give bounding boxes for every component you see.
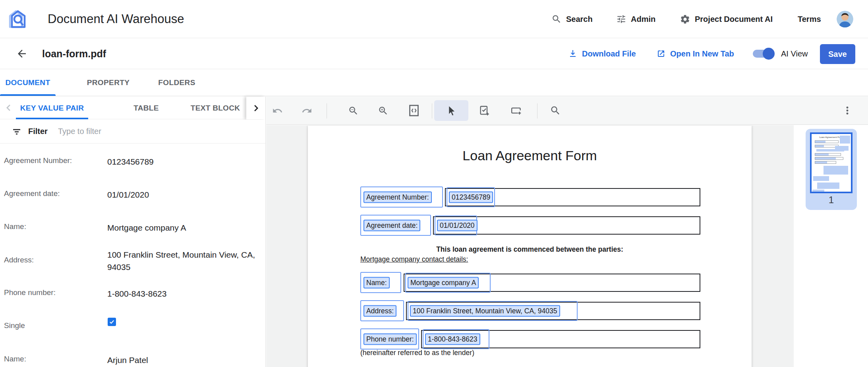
tab-key-value-pair[interactable]: KEY VALUE PAIR	[16, 97, 88, 119]
form-input-box: 01/01/2020	[433, 216, 700, 235]
pdf-section-heading: Mortgage company contact details:	[360, 255, 468, 264]
ai-view-toggle[interactable]	[753, 50, 773, 58]
search-document-icon[interactable]	[545, 100, 566, 121]
main-tab-bar: DOCUMENT PROPERTY FOLDERS	[0, 70, 868, 96]
pdf-page: Loan Agreement Form 0123456789 Agreement…	[308, 126, 752, 367]
app-logo-icon	[6, 9, 29, 29]
value-annotation[interactable]: 1-800-843-8623	[425, 334, 480, 345]
form-input-box: 1-800-843-8623	[421, 330, 700, 348]
tab-property[interactable]: PROPERTY	[77, 70, 139, 96]
open-in-new-tab-button[interactable]: Open In New Tab	[656, 49, 734, 58]
back-button[interactable]	[16, 48, 28, 60]
redo-icon[interactable]	[296, 100, 317, 121]
tune-icon	[616, 14, 626, 24]
tab-text-block[interactable]: TEXT BLOCK	[183, 97, 248, 119]
chevron-left-icon[interactable]	[3, 102, 14, 113]
key-annotation[interactable]: Phone number:	[363, 334, 417, 345]
user-avatar[interactable]	[837, 11, 853, 27]
app-title: Document AI Warehouse	[48, 12, 184, 26]
pdf-intro-text: This loan agreement is commenced between…	[308, 245, 752, 254]
nav-terms[interactable]: Terms	[798, 0, 821, 38]
nav-project-selector[interactable]: Project Document AI	[680, 0, 773, 38]
thumbnail-preview: Loan Agreement Form	[810, 132, 853, 193]
form-input-box: 100 Franklin Street, Mountain View, CA, …	[406, 302, 700, 320]
value-annotation[interactable]: Mortgage company A	[408, 277, 479, 289]
tab-table[interactable]: TABLE	[119, 97, 173, 119]
form-input-box: Mortgage company A	[404, 274, 700, 292]
thumbnail-panel: Loan Agreement Form 1	[794, 125, 868, 367]
zoom-out-icon[interactable]	[343, 100, 363, 121]
filter-input[interactable]	[58, 127, 189, 136]
form-input-box: 0123456789	[445, 188, 700, 206]
key-annotation[interactable]: Agreement Number:	[363, 192, 432, 203]
toggle-knob	[763, 48, 775, 60]
pointer-tool-icon[interactable]	[434, 100, 468, 121]
form-field-row[interactable]: 01/01/2020 Agreement date:	[362, 216, 700, 235]
add-checkbox-icon[interactable]	[474, 100, 495, 121]
file-bar: loan-form.pdf Download File Open In New …	[0, 39, 868, 69]
key-annotation[interactable]: Agreement date:	[363, 220, 420, 231]
extraction-panel: KEY VALUE PAIR TABLE TEXT BLOCK Filter A…	[0, 97, 266, 367]
document-filename: loan-form.pdf	[42, 48, 106, 60]
tabs-scroll-right-button[interactable]	[246, 97, 265, 119]
code-region-icon[interactable]	[404, 100, 424, 121]
download-file-button[interactable]: Download File	[568, 49, 636, 58]
form-field-row[interactable]: 100 Franklin Street, Mountain View, CA, …	[362, 302, 700, 320]
value-annotation[interactable]: 0123456789	[449, 192, 493, 203]
toolbar-divider	[432, 103, 432, 118]
check-icon	[109, 319, 115, 325]
form-field-row[interactable]: Mortgage company A Name:	[362, 274, 700, 292]
value-annotation[interactable]: 01/01/2020	[437, 220, 477, 231]
download-icon	[568, 49, 578, 58]
form-field-row[interactable]: 0123456789 Agreement Number:	[362, 188, 700, 206]
more-vertical-icon[interactable]	[837, 100, 858, 121]
page-thumbnail-selected[interactable]: Loan Agreement Form 1	[806, 129, 857, 210]
pdf-title: Loan Agreement Form	[308, 148, 752, 163]
chevron-right-icon	[250, 103, 261, 114]
sub-tab-bar: KEY VALUE PAIR TABLE TEXT BLOCK	[0, 97, 265, 119]
document-canvas[interactable]: Loan Agreement Form 0123456789 Agreement…	[266, 125, 794, 367]
viewer-toolbar	[266, 97, 868, 125]
form-field-row[interactable]: 1-800-843-8623 Phone number:	[362, 330, 700, 348]
save-button[interactable]: Save	[820, 44, 855, 64]
toolbar-divider	[537, 103, 537, 118]
filter-label: Filter	[28, 127, 48, 136]
tab-document[interactable]: DOCUMENT	[0, 70, 56, 96]
single-checkbox[interactable]	[108, 318, 116, 326]
zoom-in-icon[interactable]	[373, 100, 393, 121]
open-in-new-icon	[656, 49, 666, 58]
nav-admin[interactable]: Admin	[616, 0, 655, 38]
ai-view-label: AI View	[781, 49, 808, 58]
filter-bar: Filter	[0, 120, 265, 144]
app-header: Document AI Warehouse Search Admin Proje…	[0, 0, 868, 38]
key-annotation[interactable]: Name:	[363, 277, 390, 289]
filter-icon	[11, 126, 22, 137]
toolbar-divider	[327, 103, 327, 118]
add-textbox-icon[interactable]	[506, 100, 526, 121]
gear-icon	[680, 14, 690, 25]
pdf-footnote: (hereinafter referred to as the lender)	[360, 349, 474, 357]
tab-folders[interactable]: FOLDERS	[147, 70, 207, 96]
nav-search[interactable]: Search	[551, 0, 593, 38]
undo-icon[interactable]	[267, 100, 288, 121]
search-icon	[551, 14, 562, 24]
key-annotation[interactable]: Address:	[363, 305, 396, 317]
value-annotation[interactable]: 100 Franklin Street, Mountain View, CA, …	[410, 305, 560, 317]
thumbnail-page-number: 1	[806, 194, 857, 206]
